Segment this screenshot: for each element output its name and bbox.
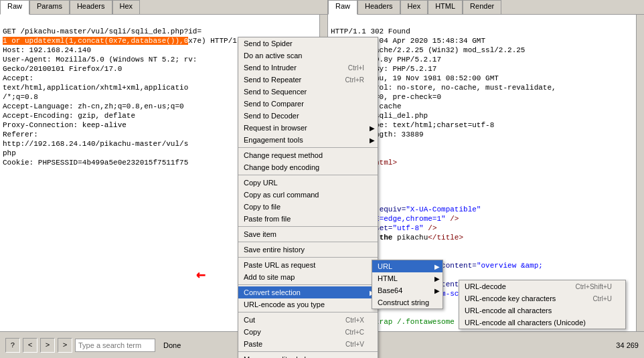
done-text: Done: [163, 341, 181, 349]
resp-status: HTTP/1.1 302 Found: [331, 27, 410, 35]
menu-change-body[interactable]: Change body encoding: [238, 161, 378, 173]
left-tab-bar: Raw Params Headers Hex: [0, 0, 327, 15]
tab-raw-right[interactable]: Raw: [328, 0, 357, 15]
req-host: Host: 192.168.24.140: [3, 46, 91, 54]
url-submenu-arrow: ▶: [434, 263, 440, 270]
html-submenu-arrow: ▶: [434, 275, 440, 282]
url-encode-all-item[interactable]: URL-encode all characters: [459, 304, 625, 317]
req-cookie: Cookie: PHPSESSID=4b499a5e0e232015f7511f…: [3, 159, 188, 167]
engagement-arrow: ▶: [370, 137, 375, 144]
tab-params[interactable]: Params: [29, 0, 70, 14]
menu-request-browser[interactable]: Request in browser ▶: [238, 122, 378, 134]
menu-paste[interactable]: Paste Ctrl+V: [238, 338, 378, 350]
menu-save-history[interactable]: Save entire history: [238, 244, 378, 256]
sep1: [238, 147, 378, 148]
tab-headers-right[interactable]: Headers: [357, 0, 400, 14]
menu-save-item[interactable]: Save item: [238, 228, 378, 240]
menu-editor-help[interactable]: Message editor help: [238, 353, 378, 358]
right-scrollbar[interactable]: [636, 15, 644, 331]
req-accept-val: text/html,application/xhtml+xml,applicat…: [3, 84, 188, 92]
submenu-url-item[interactable]: URL ▶: [372, 260, 442, 272]
menu-repeater[interactable]: Send to Repeater Ctrl+R: [238, 74, 378, 86]
menu-copy-curl[interactable]: Copy as curl command: [238, 189, 378, 201]
menu-convert-selection[interactable]: Convert selection ▶: [238, 286, 378, 298]
url-encode-key-shortcut: Ctrl+U: [592, 295, 612, 302]
base64-submenu-arrow: ▶: [434, 287, 440, 294]
menu-copy-file[interactable]: Copy to file: [238, 201, 378, 213]
req-enc: Accept-Encoding: gzip, deflate: [3, 112, 135, 120]
menu-active-scan[interactable]: Do an active scan: [238, 50, 378, 62]
req-php: php: [3, 149, 16, 157]
sep5: [238, 257, 378, 258]
menu-cut[interactable]: Cut Ctrl+X: [238, 314, 378, 326]
help-button[interactable]: ?: [5, 338, 20, 353]
req-ua: User-Agent: Mozilla/5.0 (Windows NT 5.2;…: [3, 56, 197, 64]
url-decode-item[interactable]: URL-decode Ctrl+Shift+U: [459, 280, 625, 292]
tab-headers-left[interactable]: Headers: [70, 0, 112, 14]
sep6: [238, 284, 378, 285]
req-proxy: Proxy-Connection: keep-alive: [3, 121, 127, 129]
intruder-shortcut: Ctrl+I: [348, 64, 364, 72]
sep7: [238, 312, 378, 312]
req-referer-val: http://192.168.24.140/pikachu-master/vul…: [3, 140, 188, 148]
menu-copy[interactable]: Copy Ctrl+C: [238, 326, 378, 338]
menu-url-encode-type[interactable]: URL-encode as you type: [238, 298, 378, 310]
repeater-shortcut: Ctrl+R: [345, 76, 364, 84]
req-referer-label: Referer:: [3, 130, 38, 139]
req-lang: Accept-Language: zh-cn,zh;q=0.8,en-us;q=…: [3, 102, 184, 110]
menu-paste-file[interactable]: Paste from file: [238, 213, 378, 225]
menu-engagement[interactable]: Engagement tools ▶: [238, 134, 378, 146]
menu-add-sitemap[interactable]: Add to site map: [238, 271, 378, 283]
request-browser-arrow: ▶: [370, 124, 375, 132]
menu-copy-url[interactable]: Copy URL: [238, 177, 378, 189]
menu-change-method[interactable]: Change request method: [238, 149, 378, 161]
line-count: 34 269: [616, 341, 639, 349]
forward-button[interactable]: >: [40, 338, 55, 353]
submenu-convert: URL ▶ HTML ▶ Base64 ▶ Construct string: [372, 260, 443, 309]
req-accept-label: Accept:: [3, 74, 33, 82]
nav-button[interactable]: >: [58, 338, 72, 353]
request-line1: GET /pikachu-master/vul/sqli/sqli_del.ph…: [3, 27, 202, 35]
sep4: [238, 242, 378, 242]
sep3: [238, 226, 378, 227]
copy-shortcut: Ctrl+C: [345, 329, 364, 336]
right-tab-bar: Raw Headers Hex HTML Render: [328, 0, 644, 15]
paste-shortcut: Ctrl+V: [345, 341, 364, 348]
menu-decoder[interactable]: Send to Decoder: [238, 110, 378, 122]
url-encode-key-item[interactable]: URL-encode key characters Ctrl+U: [459, 292, 625, 304]
search-input[interactable]: [75, 339, 155, 352]
cut-shortcut: Ctrl+X: [345, 317, 364, 324]
req-gecko: Gecko/20100101 Firefox/17.0: [3, 65, 122, 73]
menu-comparer[interactable]: Send to Comparer: [238, 98, 378, 110]
back-button[interactable]: <: [23, 338, 37, 353]
sep8: [238, 351, 378, 352]
submenu-url-options: URL-decode Ctrl+Shift+U URL-encode key c…: [459, 280, 626, 329]
menu-sequencer[interactable]: Send to Sequencer: [238, 86, 378, 98]
sep2: [238, 175, 378, 175]
menu-paste-url[interactable]: Paste URL as request: [238, 259, 378, 271]
tab-hex-right[interactable]: Hex: [400, 0, 428, 14]
url-encode-unicode-item[interactable]: URL-encode all characters (Unicode): [459, 317, 625, 329]
menu-intruder[interactable]: Send to Intruder Ctrl+I: [238, 62, 378, 74]
context-menu: Send to Spider Do an active scan Send to…: [238, 37, 378, 358]
tab-hex-left[interactable]: Hex: [112, 0, 141, 14]
tab-html[interactable]: HTML: [428, 0, 463, 14]
request-highlight: 1 or updatexml(1,concat(0x7e,database())…: [3, 37, 188, 45]
submenu-construct-string[interactable]: Construct string: [372, 296, 442, 308]
req-accept-end: /*;q=0.8: [3, 93, 38, 101]
tab-render[interactable]: Render: [463, 0, 501, 14]
submenu-html-item[interactable]: HTML ▶: [372, 272, 442, 284]
menu-send-spider[interactable]: Send to Spider: [238, 37, 378, 50]
url-decode-shortcut: Ctrl+Shift+U: [576, 283, 612, 290]
submenu-base64-item[interactable]: Base64 ▶: [372, 284, 442, 296]
tab-raw-left[interactable]: Raw: [0, 0, 29, 15]
